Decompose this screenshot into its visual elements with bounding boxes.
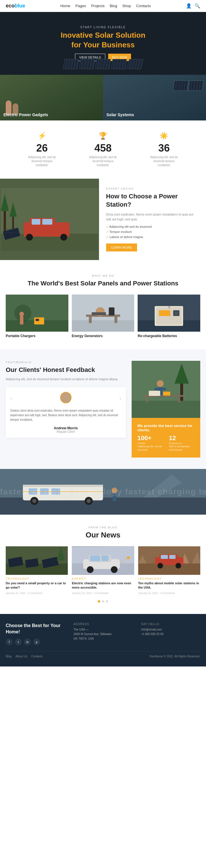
nav-home[interactable]: Home bbox=[60, 4, 70, 8]
testimonials-desc: Adipiscing elit, sed do eiusmod tempor i… bbox=[6, 377, 126, 382]
testimonials-tag: TESTIMONIALS bbox=[6, 361, 126, 364]
what-we-do-section: WHAT WE DO The World's Best Solar Panels… bbox=[0, 263, 206, 349]
social-instagram[interactable]: in bbox=[24, 639, 31, 645]
stat-people: 100+ People Adipiscing elit, sed do eius… bbox=[137, 434, 163, 452]
dot-3[interactable] bbox=[106, 600, 108, 602]
author-avatar bbox=[60, 392, 72, 403]
address-line1: The USA — bbox=[74, 627, 133, 632]
svg-rect-26 bbox=[89, 317, 92, 323]
svg-rect-80 bbox=[102, 555, 109, 561]
news-card-1[interactable]: TECHNOLOGY Do you need a small property … bbox=[6, 546, 68, 594]
dot-2[interactable] bbox=[102, 600, 104, 602]
testimonials-right: We provide the best service for clients.… bbox=[132, 361, 200, 458]
footer-cta-title: Choose the Best for Your Home! bbox=[6, 623, 65, 636]
svg-point-84 bbox=[127, 556, 130, 559]
say-hello-label: Say Hello bbox=[141, 623, 200, 626]
nav-blog[interactable]: Blog bbox=[109, 4, 117, 8]
svg-rect-51 bbox=[163, 392, 170, 396]
product-label-3: Re-chargeable Batteries bbox=[138, 334, 200, 338]
nav-projects[interactable]: Projects bbox=[91, 4, 104, 8]
svg-rect-19 bbox=[20, 316, 23, 324]
social-pinterest[interactable]: p bbox=[33, 639, 40, 645]
hero-bg-art bbox=[0, 59, 206, 75]
dot-1[interactable] bbox=[98, 600, 100, 602]
expert-checklist: Adipiscing elit sed do eiusmod Tempor in… bbox=[106, 225, 199, 239]
expert-content: EXPERT ADVICE How to Choose a Power Stat… bbox=[99, 179, 206, 260]
product-energy-generators[interactable]: Energy Generators bbox=[72, 294, 134, 338]
footer-cta: Choose the Best for Your Home! f t in p bbox=[6, 623, 65, 646]
logo[interactable]: ecoblue bbox=[6, 3, 25, 9]
testimonials-title: Our Clients' Honest Feedback bbox=[6, 366, 126, 374]
svg-rect-8 bbox=[32, 219, 40, 225]
expert-section: EXPERT ADVICE How to Choose a Power Stat… bbox=[0, 179, 206, 260]
svg-point-43 bbox=[157, 380, 164, 387]
news-title-1: Do you need a small property or a car to… bbox=[6, 581, 68, 590]
news-pagination bbox=[6, 600, 200, 602]
dual-cell-left[interactable]: Electric Power Gadgets bbox=[0, 75, 103, 120]
stat-icon-1: ⚡ bbox=[25, 132, 59, 140]
dual-cell-right[interactable]: Solar Systems bbox=[103, 75, 206, 120]
footer-social: f t in p bbox=[6, 639, 65, 645]
svg-rect-24 bbox=[72, 320, 134, 332]
svg-point-37 bbox=[175, 311, 178, 315]
social-facebook[interactable]: f bbox=[6, 639, 12, 645]
nav-shop[interactable]: Shop bbox=[122, 4, 131, 8]
learn-more-button[interactable]: LEARN MORE bbox=[106, 244, 137, 251]
news-section: FROM THE BLOG Our News TECHNOLOGY Do you… bbox=[0, 515, 206, 614]
social-twitter[interactable]: t bbox=[15, 639, 22, 645]
footer-link-about[interactable]: About Us bbox=[16, 655, 27, 658]
news-date-1: January 16, 2022 · 0 Comments bbox=[6, 592, 68, 594]
user-icon[interactable]: 👤 bbox=[186, 3, 192, 8]
news-card-2[interactable]: ENERGY Electric charging stations are no… bbox=[72, 546, 134, 594]
hero-sub-label: START LIVING FLEXIBLE bbox=[80, 26, 126, 29]
charging-banner: fastest charging technology fastest char… bbox=[0, 469, 206, 515]
products-row: Portable Chargers Energy Generators bbox=[6, 294, 200, 338]
charging-text-container: fastest charging technology fastest char… bbox=[0, 487, 206, 496]
footer-link-contacts[interactable]: Contacts bbox=[31, 655, 42, 658]
next-arrow[interactable]: › bbox=[120, 395, 121, 401]
checklist-item-2: Tempor incidunt bbox=[106, 230, 199, 234]
svg-rect-9 bbox=[42, 219, 52, 225]
svg-rect-2 bbox=[4, 211, 6, 234]
product-img-2 bbox=[72, 294, 134, 332]
search-icon[interactable]: 🔍 bbox=[195, 3, 200, 8]
stat-people-label: People Adipiscing elit, sed do eiusmod. bbox=[137, 442, 163, 452]
stat-text-1: Adipiscing elit, sed do eiusmod tempus m… bbox=[25, 155, 59, 167]
stats-row-inner: 100+ People Adipiscing elit, sed do eius… bbox=[137, 434, 195, 452]
footer-bottom-links: Blog About Us Contacts bbox=[6, 655, 43, 658]
footer-bottom: Blog About Us Contacts Yourtheme © 2022.… bbox=[6, 651, 200, 658]
stat-people-num: 100+ bbox=[137, 434, 163, 442]
product-img-3 bbox=[138, 294, 200, 332]
svg-rect-27 bbox=[114, 317, 117, 323]
footer-link-blog[interactable]: Blog bbox=[6, 655, 11, 658]
news-tag: FROM THE BLOG bbox=[6, 526, 200, 529]
news-cat-2: ENERGY bbox=[72, 577, 134, 580]
testimonials-stats: We provide the best service for clients.… bbox=[132, 418, 200, 458]
testimonial-card: ‹ › Deatus olore dicta sunt explicabo. N… bbox=[6, 388, 126, 438]
testimonial-quote: Deatus olore dicta sunt explicabo. Nemo … bbox=[10, 408, 121, 422]
logo-blue: blue bbox=[15, 3, 25, 9]
svg-point-10 bbox=[26, 234, 33, 241]
footer-copyright: Yourtheme © 2022. All Rights Reserved. bbox=[149, 655, 200, 658]
stat-exp-label: Experience Sed ut perspiciatis molt time… bbox=[169, 442, 195, 452]
product-img-1 bbox=[6, 294, 68, 332]
we-provide-label: We provide the best service for clients. bbox=[137, 424, 195, 432]
svg-point-11 bbox=[60, 234, 67, 241]
product-batteries[interactable]: Re-chargeable Batteries bbox=[138, 294, 200, 338]
news-title-3: Ten myths about mobile solar stations in… bbox=[138, 581, 200, 590]
nav-contacts[interactable]: Contacts bbox=[136, 4, 151, 8]
footer-phone: +1 800 555 25 65 bbox=[141, 632, 200, 637]
news-card-3[interactable]: TECHNOLOGY Ten myths about mobile solar … bbox=[138, 546, 200, 594]
svg-rect-93 bbox=[169, 555, 175, 559]
svg-point-81 bbox=[87, 566, 94, 573]
prev-arrow[interactable]: ‹ bbox=[10, 395, 12, 401]
solar-art bbox=[174, 81, 203, 91]
product-portable-chargers[interactable]: Portable Chargers bbox=[6, 294, 68, 338]
stat-icon-3: ☀️ bbox=[147, 132, 181, 140]
svg-rect-79 bbox=[91, 555, 100, 561]
checklist-item-1: Adipiscing elit sed do eiusmod bbox=[106, 225, 199, 229]
svg-rect-40 bbox=[132, 401, 200, 418]
nav-pages[interactable]: Pages bbox=[76, 4, 86, 8]
footer-top: Choose the Best for Your Home! f t in p … bbox=[6, 623, 200, 646]
navigation: ecoblue Home Pages Projects Blog Shop Co… bbox=[0, 0, 206, 12]
